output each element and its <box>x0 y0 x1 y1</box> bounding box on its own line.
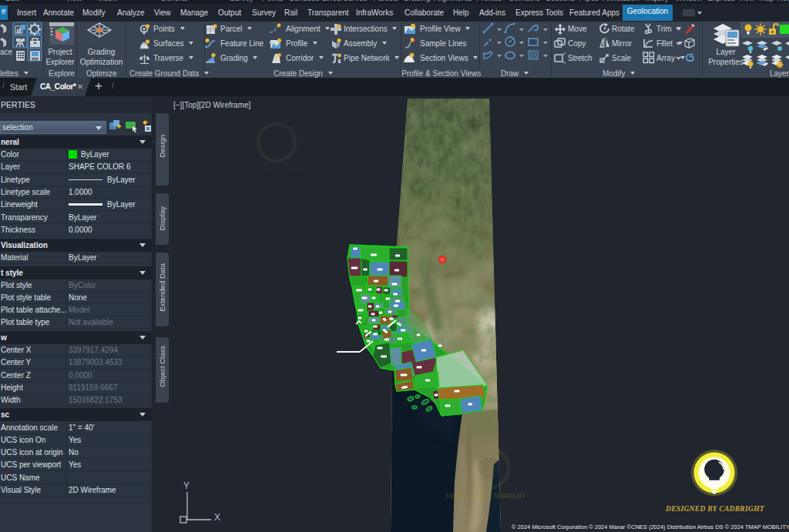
svg-text:DESIGNED BY CADBRIGHT: DESIGNED BY CADBRIGHT <box>665 505 765 513</box>
svg-text:Y: Y <box>183 480 190 491</box>
svg-text:© 2024 Microsoft Corporation ©: © 2024 Microsoft Corporation © 2024 Maxa… <box>512 524 789 530</box>
svg-text:DESIGNED BY CADBRIGHT: DESIGNED BY CADBRIGHT <box>234 166 320 174</box>
svg-text:X: X <box>214 512 220 523</box>
svg-text:DESIGNED BY CADBRIGHT: DESIGNED BY CADBRIGHT <box>445 492 526 500</box>
